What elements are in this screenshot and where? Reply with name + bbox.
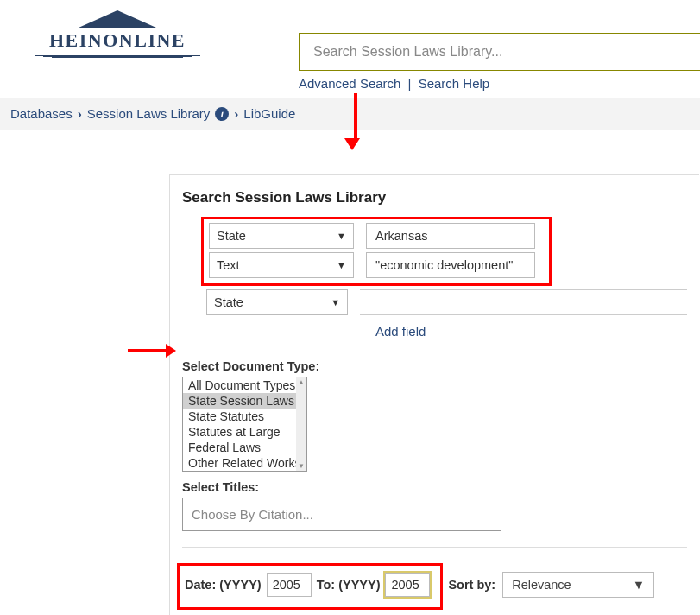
chevron-right-icon: › (234, 106, 238, 121)
sort-by-value: Relevance (512, 578, 571, 592)
annotation-arrow-down-icon (350, 93, 360, 150)
advanced-search-link[interactable]: Advanced Search (299, 76, 400, 91)
advanced-search-panel: Search Session Laws Library State ▼ Arka… (169, 174, 699, 615)
chevron-down-icon: ▼ (337, 231, 346, 241)
sort-by-select[interactable]: Relevance ▼ (502, 572, 654, 598)
titles-citation-input[interactable]: Choose By Citation... (182, 498, 501, 531)
chevron-down-icon: ▼ (337, 260, 346, 270)
breadcrumb-library[interactable]: Session Laws Library (87, 106, 211, 121)
doc-type-option[interactable]: All Document Types (183, 377, 306, 393)
field-value-input-1[interactable]: "economic development" (366, 252, 535, 278)
field-type-select-0[interactable]: State ▼ (209, 223, 354, 249)
scroll-down-icon: ▼ (298, 462, 305, 470)
doc-type-option[interactable]: State Session Laws (183, 393, 306, 409)
annotation-arrow-right-icon (128, 344, 176, 358)
annotation-highlight-box: State ▼ Arkansas Text ▼ "economic develo… (201, 217, 552, 286)
search-help-link[interactable]: Search Help (419, 76, 490, 91)
doc-type-option[interactable]: Statutes at Large (183, 424, 306, 440)
global-search-input[interactable]: Search Session Laws Library... (299, 33, 700, 71)
select-titles-label: Select Titles: (182, 480, 687, 494)
info-icon[interactable]: i (215, 107, 229, 121)
doc-type-option[interactable]: Other Related Works (183, 455, 306, 471)
chevron-down-icon: ▼ (331, 297, 340, 308)
field-type-value: Text (217, 258, 240, 272)
logo-underline-icon (31, 55, 204, 58)
date-to-input[interactable]: 2005 (385, 573, 430, 597)
date-to-label: To: (YYYY) (317, 578, 381, 592)
link-separator: | (408, 76, 412, 91)
panel-title: Search Session Laws Library (182, 189, 687, 206)
date-from-input[interactable]: 2005 (267, 573, 312, 597)
chevron-down-icon: ▼ (633, 578, 645, 592)
document-type-label: Select Document Type: (182, 359, 687, 373)
document-type-listbox[interactable]: All Document Types State Session Laws St… (182, 377, 307, 472)
add-field-link[interactable]: Add field (375, 324, 426, 339)
field-value-input-0[interactable]: Arkansas (366, 223, 535, 249)
chevron-right-icon: › (78, 106, 82, 121)
sort-by-label: Sort by: (448, 578, 495, 592)
logo-text: HEINONLINE (31, 29, 204, 52)
scroll-up-icon: ▲ (298, 378, 305, 386)
scrollbar[interactable]: ▲ ▼ (296, 377, 306, 471)
breadcrumb-libguide[interactable]: LibGuide (243, 106, 295, 121)
field-value-input-2[interactable] (360, 289, 687, 315)
breadcrumb-databases[interactable]: Databases (10, 106, 73, 121)
field-type-value: State (214, 295, 243, 309)
doc-type-option[interactable]: State Statutes (183, 409, 306, 424)
field-type-value: State (217, 229, 246, 243)
field-type-select-2[interactable]: State ▼ (206, 289, 348, 315)
logo-roof-icon (79, 10, 156, 28)
doc-type-option[interactable]: Federal Laws (183, 440, 306, 455)
date-from-label: Date: (YYYY) (185, 578, 262, 592)
field-type-select-1[interactable]: Text ▼ (209, 252, 354, 278)
annotation-highlight-box: Date: (YYYY) 2005 To: (YYYY) 2005 (177, 563, 443, 610)
brand-logo[interactable]: HEINONLINE (31, 10, 204, 58)
